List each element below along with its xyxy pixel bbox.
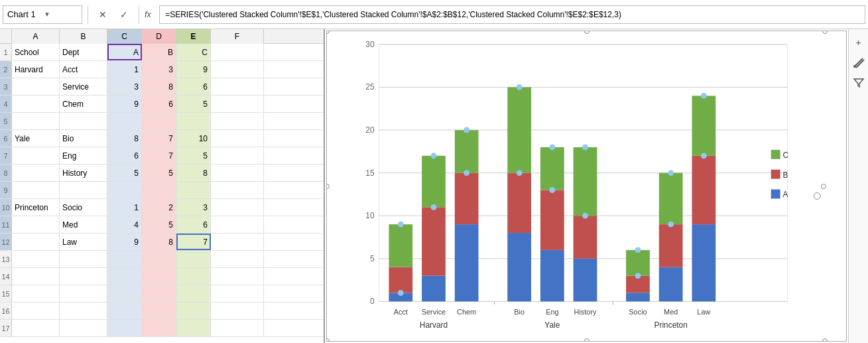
cell-school[interactable] (12, 303, 60, 319)
cell-c-val[interactable]: 5 (176, 147, 211, 164)
cell-b-val[interactable]: 5 (142, 216, 176, 233)
formula-input[interactable]: =SERIES('Clustered Stacked Column'!$E$1,… (159, 5, 865, 24)
cell-c-val[interactable]: 9 (176, 61, 211, 78)
col-header-d[interactable]: D (142, 29, 176, 44)
cell-a-val[interactable]: 6 (107, 147, 142, 164)
cell-a-val[interactable]: 1 (107, 199, 142, 216)
cell-school[interactable] (12, 285, 60, 302)
cell-c-val[interactable]: C (176, 44, 211, 60)
cell-c-val[interactable]: 10 (176, 130, 211, 147)
handle-bottom-left[interactable] (326, 338, 330, 342)
cell-b-val[interactable] (142, 303, 176, 319)
cell-school[interactable]: Yale (12, 130, 60, 147)
cell-c-val[interactable] (176, 268, 211, 285)
col-header-f[interactable]: F (211, 29, 264, 44)
cell-a-val[interactable]: 3 (107, 78, 142, 95)
cell-school[interactable]: School (12, 44, 60, 60)
cell-c-val[interactable]: 3 (176, 199, 211, 216)
cell-dept[interactable] (60, 268, 107, 285)
col-header-e[interactable]: E (176, 29, 211, 44)
cell-dept[interactable] (60, 320, 107, 336)
cell-dept[interactable]: Service (60, 78, 107, 95)
cell-a-val[interactable]: 1 (107, 61, 142, 78)
col-header-c[interactable]: C (107, 29, 142, 44)
cell-b-val[interactable]: 6 (142, 96, 176, 112)
cell-b-val[interactable] (142, 268, 176, 285)
cell-a-val[interactable] (107, 268, 142, 285)
cell-c-val[interactable] (176, 113, 211, 129)
cell-a-val[interactable]: 5 (107, 165, 142, 181)
cell-dept[interactable]: Eng (60, 147, 107, 164)
cell-c-val[interactable] (176, 303, 211, 319)
cell-dept[interactable] (60, 113, 107, 129)
cell-dept[interactable] (60, 285, 107, 302)
cell-school[interactable] (12, 320, 60, 336)
cell-b-val[interactable] (142, 285, 176, 302)
cell-school[interactable] (12, 78, 60, 95)
cell-dept[interactable] (60, 251, 107, 267)
cell-school[interactable] (12, 182, 60, 198)
cell-b-val[interactable]: 8 (142, 78, 176, 95)
cell-c-val[interactable]: 6 (176, 216, 211, 233)
cell-school[interactable] (12, 113, 60, 129)
cell-dept[interactable]: Med (60, 216, 107, 233)
cell-school[interactable]: Harvard (12, 61, 60, 78)
cell-a-val[interactable] (107, 182, 142, 198)
cell-b-val[interactable] (142, 320, 176, 336)
cell-dept[interactable]: Bio (60, 130, 107, 147)
cell-dept[interactable] (60, 303, 107, 319)
cell-school[interactable] (12, 268, 60, 285)
confirm-button[interactable]: ✓ (115, 5, 133, 24)
chart-name-box[interactable]: Chart 1 ▼ (3, 5, 82, 24)
col-header-a[interactable]: A (12, 29, 60, 44)
cell-b-val[interactable] (142, 113, 176, 129)
cell-c-val[interactable]: 5 (176, 96, 211, 112)
cell-b-val[interactable] (142, 251, 176, 267)
cell-school[interactable] (12, 216, 60, 233)
cell-dept[interactable]: Dept (60, 44, 107, 60)
cell-b-val[interactable] (142, 182, 176, 198)
cell-dept[interactable]: Law (60, 234, 107, 250)
cell-school[interactable] (12, 165, 60, 181)
cell-c-val[interactable] (176, 320, 211, 336)
cell-a-val[interactable]: 9 (107, 234, 142, 250)
cell-c-val[interactable] (176, 182, 211, 198)
cell-dept[interactable]: Acct (60, 61, 107, 78)
cell-c-val[interactable]: 8 (176, 165, 211, 181)
cell-school[interactable]: Princeton (12, 199, 60, 216)
cell-dept[interactable]: History (60, 165, 107, 181)
cell-a-val[interactable] (107, 285, 142, 302)
cell-a-val[interactable] (107, 320, 142, 336)
cell-c-val[interactable] (176, 251, 211, 267)
handle-bottom-right[interactable] (822, 338, 828, 342)
cell-school[interactable] (12, 147, 60, 164)
chart-filters-button[interactable] (851, 74, 867, 90)
cancel-button[interactable]: ✕ (93, 5, 112, 24)
cell-b-val[interactable]: 2 (142, 199, 176, 216)
cell-a-val[interactable] (107, 251, 142, 267)
cell-a-val[interactable]: 9 (107, 96, 142, 112)
cell-a-val[interactable] (107, 303, 142, 319)
cell-b-val[interactable]: 7 (142, 130, 176, 147)
cell-c-val[interactable]: 7 (176, 234, 211, 250)
cell-school[interactable] (12, 96, 60, 112)
cell-a-val[interactable]: 8 (107, 130, 142, 147)
cell-c-val[interactable] (176, 285, 211, 302)
chart-styles-button[interactable] (851, 54, 867, 70)
cell-b-val[interactable]: B (142, 44, 176, 60)
cell-a-val[interactable]: A (107, 44, 142, 60)
handle-right[interactable] (821, 184, 826, 189)
handle-bottom[interactable] (584, 338, 589, 342)
cell-a-val[interactable]: 4 (107, 216, 142, 233)
cell-b-val[interactable]: 7 (142, 147, 176, 164)
cell-school[interactable] (12, 251, 60, 267)
cell-c-val[interactable]: 6 (176, 78, 211, 95)
cell-a-val[interactable] (107, 113, 142, 129)
cell-b-val[interactable]: 3 (142, 61, 176, 78)
cell-school[interactable] (12, 234, 60, 250)
cell-b-val[interactable]: 5 (142, 165, 176, 181)
cell-dept[interactable] (60, 182, 107, 198)
add-chart-element-button[interactable]: + (851, 34, 867, 50)
chart-container[interactable]: 0 5 10 15 20 25 30 (326, 31, 847, 342)
cell-b-val[interactable]: 8 (142, 234, 176, 250)
